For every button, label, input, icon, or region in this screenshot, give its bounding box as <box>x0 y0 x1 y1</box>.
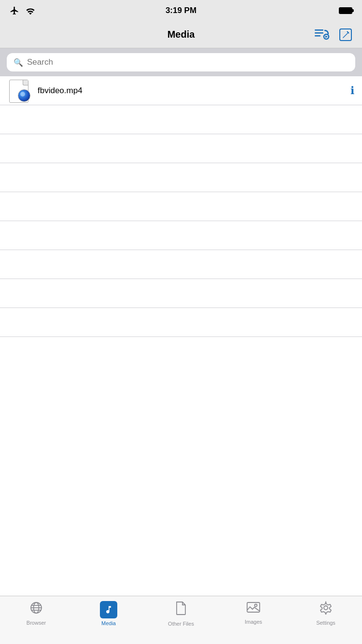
file-icon <box>175 601 187 619</box>
quicktime-icon <box>9 79 30 103</box>
svg-rect-1 <box>315 32 323 34</box>
empty-row <box>0 163 362 192</box>
wifi-icon <box>25 7 36 14</box>
empty-row <box>0 192 362 221</box>
playlist-icon <box>315 28 330 42</box>
file-list: fbvideo.mp4 ℹ <box>0 76 362 337</box>
tab-media[interactable]: Media <box>72 601 145 626</box>
tab-other-files[interactable]: Other Files <box>145 601 217 627</box>
empty-row <box>0 221 362 250</box>
nav-icons <box>315 28 352 42</box>
svg-rect-2 <box>315 35 320 37</box>
svg-point-11 <box>255 604 257 607</box>
airplane-icon <box>10 6 19 15</box>
empty-row <box>0 279 362 308</box>
status-time: 3:19 PM <box>166 6 196 15</box>
tab-settings[interactable]: Settings <box>290 601 362 626</box>
compose-icon <box>339 28 352 42</box>
tab-images[interactable]: Images <box>217 601 290 625</box>
tab-images-label: Images <box>245 619 262 625</box>
nav-bar: Media <box>0 21 362 48</box>
tab-bar: Browser Media Other Files Images <box>0 596 362 644</box>
status-bar: 3:19 PM <box>0 0 362 21</box>
search-input[interactable] <box>27 57 348 67</box>
file-name: fbvideo.mp4 <box>38 86 350 96</box>
file-icon-wrap <box>8 79 32 103</box>
empty-row <box>0 250 362 279</box>
empty-row <box>0 134 362 163</box>
status-left <box>10 6 36 15</box>
page-title: Media <box>167 29 195 40</box>
tab-media-label: Media <box>101 620 116 626</box>
status-right <box>339 7 352 14</box>
svg-rect-0 <box>315 29 323 31</box>
search-bar-container: 🔍 <box>0 48 362 76</box>
tab-browser[interactable]: Browser <box>0 601 72 626</box>
tab-browser-label: Browser <box>27 620 46 626</box>
globe-icon <box>29 601 43 618</box>
media-icon <box>100 601 117 618</box>
tab-settings-label: Settings <box>316 620 335 626</box>
svg-rect-10 <box>247 602 260 612</box>
svg-point-12 <box>324 606 328 610</box>
tab-other-files-label: Other Files <box>168 621 194 627</box>
search-icon: 🔍 <box>14 58 23 67</box>
empty-row <box>0 105 362 134</box>
image-icon <box>246 601 261 617</box>
file-item[interactable]: fbvideo.mp4 ℹ <box>0 76 362 105</box>
main-content: fbvideo.mp4 ℹ <box>0 76 362 596</box>
empty-row <box>0 308 362 337</box>
search-bar[interactable]: 🔍 <box>7 53 355 71</box>
battery-icon <box>339 7 352 14</box>
playlist-icon-button[interactable] <box>315 28 330 42</box>
gear-icon <box>319 601 333 618</box>
info-button[interactable]: ℹ <box>350 84 354 97</box>
compose-icon-button[interactable] <box>339 28 352 42</box>
